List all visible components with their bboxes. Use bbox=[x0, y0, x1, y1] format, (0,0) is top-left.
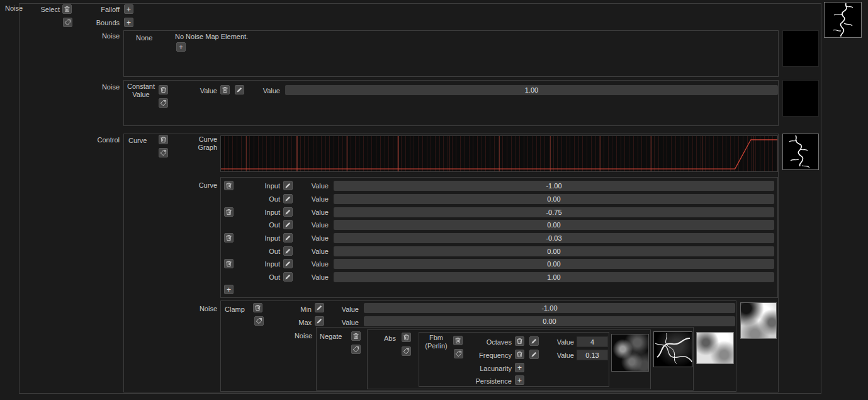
curve-row-label: Out bbox=[249, 248, 280, 256]
curve-row-pencil-button[interactable] bbox=[283, 259, 293, 268]
curve-row-value-label: Value bbox=[303, 248, 329, 256]
none-side-label: Noise bbox=[82, 32, 120, 40]
abs-name: Abs bbox=[384, 334, 396, 343]
curve-row-label: Out bbox=[249, 273, 280, 282]
curve-row-pencil-button[interactable] bbox=[283, 220, 293, 229]
fbm-persistence-add-button[interactable]: + bbox=[515, 375, 524, 385]
fbm-frequency-value[interactable]: 0.13 bbox=[577, 350, 608, 360]
constant-tag-button[interactable] bbox=[159, 98, 168, 108]
fbm-frequency-value-label: Value bbox=[549, 351, 574, 360]
curve-row-value-label: Value bbox=[303, 209, 329, 217]
curve-row-pencil-button[interactable] bbox=[283, 272, 293, 282]
curve-row-value-slider[interactable]: -0.03 bbox=[334, 233, 774, 243]
curve-row-label: Input bbox=[249, 182, 280, 190]
curve-row-value-label: Value bbox=[303, 260, 329, 268]
fbm-octaves-value-label: Value bbox=[549, 338, 574, 346]
curve-row-value-label: Value bbox=[303, 195, 329, 203]
constant-param-trash-button[interactable] bbox=[220, 85, 230, 94]
noise-editor: Noise Select Falloff + Bounds + Noise No… bbox=[0, 0, 868, 400]
none-noise-preview bbox=[782, 30, 819, 67]
curve-row-value-slider[interactable]: -1.00 bbox=[334, 181, 774, 191]
bounds-add-button[interactable]: + bbox=[124, 18, 133, 27]
clamp-tag-button[interactable] bbox=[254, 316, 264, 326]
negate-noise-preview bbox=[696, 332, 734, 364]
constant-name: Constant Value bbox=[126, 83, 156, 99]
control-noise-preview bbox=[782, 134, 819, 170]
fbm-tag-button[interactable] bbox=[454, 349, 463, 358]
curve-row-pencil-button[interactable] bbox=[283, 246, 293, 256]
constant-value-slider[interactable]: 1.00 bbox=[285, 85, 778, 95]
fbm-octaves-pencil-button[interactable] bbox=[529, 336, 539, 346]
curve-row-pencil-button[interactable] bbox=[283, 207, 293, 217]
abs-trash-button[interactable] bbox=[402, 333, 411, 342]
curve-row-value-label: Value bbox=[303, 221, 329, 229]
curve-row-value-slider[interactable]: 0.00 bbox=[334, 259, 774, 269]
curve-tag-button[interactable] bbox=[159, 148, 168, 157]
curve-row-pencil-button[interactable] bbox=[283, 194, 293, 203]
clamp-min-value-label: Value bbox=[332, 306, 359, 314]
clamp-max-slider[interactable]: 0.00 bbox=[364, 316, 735, 326]
abs-tag-button[interactable] bbox=[402, 346, 411, 356]
curve-name: Curve bbox=[128, 137, 147, 145]
falloff-label: Falloff bbox=[82, 6, 120, 14]
fbm-noise-preview bbox=[611, 334, 649, 372]
clamp-min-pencil-button[interactable] bbox=[315, 303, 324, 312]
fbm-lacunarity-add-button[interactable]: + bbox=[515, 363, 524, 372]
fbm-persistence-label: Persistence bbox=[469, 377, 512, 386]
clamp-max-value-label: Value bbox=[332, 319, 359, 327]
clamp-trash-button[interactable] bbox=[253, 303, 262, 312]
curve-row-value-label: Value bbox=[303, 182, 329, 190]
negate-tag-button[interactable] bbox=[351, 345, 361, 354]
curve-row-label: Out bbox=[249, 221, 280, 229]
select-trash-button[interactable] bbox=[62, 4, 72, 14]
curve-point-trash-button[interactable] bbox=[224, 207, 234, 217]
control-side-label: Control bbox=[76, 136, 120, 144]
curve-row-pencil-button[interactable] bbox=[283, 233, 293, 243]
clamp-max-pencil-button[interactable] bbox=[315, 316, 324, 326]
negate-trash-button[interactable] bbox=[351, 331, 361, 341]
curve-row-label: Input bbox=[249, 260, 280, 268]
curve-row-value-slider[interactable]: 1.00 bbox=[334, 272, 774, 282]
falloff-add-button[interactable]: + bbox=[124, 4, 133, 14]
curve-graph-line bbox=[221, 140, 777, 169]
curve-row-value-slider[interactable]: 0.00 bbox=[334, 194, 774, 204]
constant-param-label: Value bbox=[189, 87, 217, 95]
constant-side-label: Noise bbox=[82, 83, 120, 91]
curve-row-value-slider[interactable]: 0.00 bbox=[334, 246, 774, 256]
veins-pattern bbox=[833, 3, 853, 37]
curve-row-value-slider[interactable]: -0.75 bbox=[334, 207, 774, 217]
fbm-frequency-label: Frequency bbox=[469, 351, 512, 360]
fbm-frequency-trash-button[interactable] bbox=[515, 350, 524, 359]
curve-graph[interactable] bbox=[220, 135, 778, 172]
none-message: No Noise Map Element. bbox=[175, 33, 248, 41]
fbm-octaves-trash-button[interactable] bbox=[515, 336, 524, 346]
curve-point-trash-button[interactable] bbox=[224, 181, 234, 190]
constant-param-pencil-button[interactable] bbox=[235, 85, 244, 94]
clamp-side-label: Noise bbox=[189, 305, 217, 313]
clamp-noise-slot-label: Noise bbox=[283, 332, 312, 340]
none-add-button[interactable]: + bbox=[176, 42, 186, 52]
constant-trash-button[interactable] bbox=[159, 85, 168, 94]
curve-row-label: Input bbox=[249, 234, 280, 243]
clamp-min-slider[interactable]: -1.00 bbox=[364, 303, 735, 313]
clamp-max-label: Max bbox=[286, 319, 312, 327]
fbm-octaves-label: Octaves bbox=[472, 338, 512, 346]
fbm-trash-button[interactable] bbox=[453, 336, 463, 345]
curve-trash-button[interactable] bbox=[159, 135, 168, 144]
curve-row-label: Input bbox=[249, 209, 280, 217]
fbm-frequency-pencil-button[interactable] bbox=[529, 350, 539, 359]
constant-noise-preview bbox=[782, 80, 819, 117]
bounds-label: Bounds bbox=[82, 19, 120, 27]
curve-row-pencil-button[interactable] bbox=[283, 181, 293, 190]
fbm-octaves-value[interactable]: 4 bbox=[577, 336, 608, 347]
select-label: Select bbox=[25, 6, 60, 14]
select-tag-button[interactable] bbox=[63, 18, 72, 27]
curve-row-value-label: Value bbox=[303, 234, 329, 243]
curve-point-trash-button[interactable] bbox=[224, 233, 234, 243]
negate-name: Negate bbox=[320, 333, 342, 341]
curve-row-value-slider[interactable]: 0.00 bbox=[334, 220, 774, 230]
none-name: None bbox=[136, 34, 152, 42]
curve-list-label: Curve bbox=[189, 181, 217, 190]
curve-point-trash-button[interactable] bbox=[224, 259, 234, 268]
curve-add-point-button[interactable]: + bbox=[224, 285, 234, 294]
